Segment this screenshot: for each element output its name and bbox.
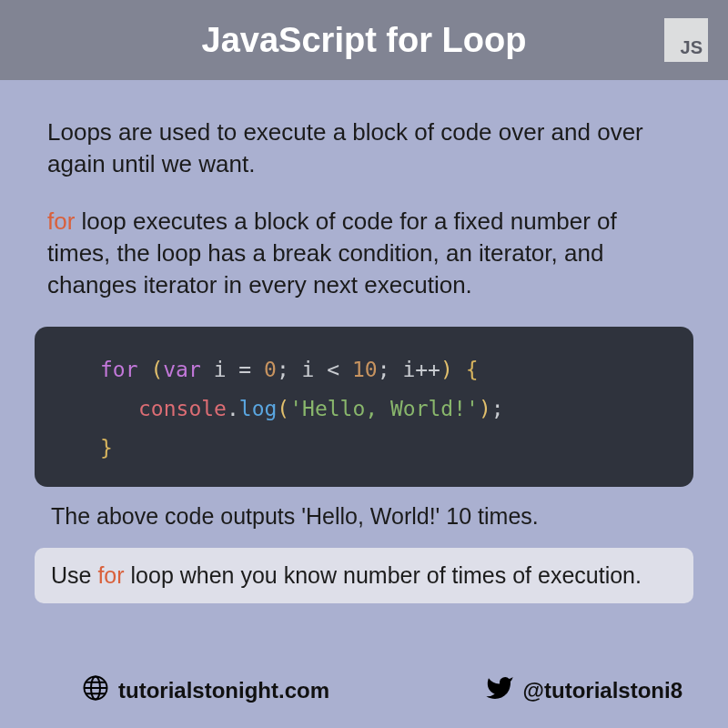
- code-paren-open: (: [138, 358, 164, 381]
- globe-icon: [82, 674, 109, 707]
- footer-site: tutorialstonight.com: [82, 674, 329, 707]
- code-zero: 0: [264, 358, 277, 381]
- site-url: tutorialstonight.com: [118, 678, 329, 703]
- code-decl: i =: [201, 358, 264, 381]
- page-title: JavaScript for Loop: [202, 21, 527, 60]
- for-keyword-text: for: [47, 207, 75, 235]
- code-kw-var: var: [163, 358, 201, 381]
- tip-post: loop when you know number of times of ex…: [125, 562, 642, 588]
- code-paren-close: ): [440, 358, 453, 381]
- code-dot: .: [227, 397, 239, 420]
- intro-paragraph-2: for loop executes a block of code for a …: [47, 206, 681, 301]
- code-cond: ; i <: [277, 358, 352, 381]
- twitter-icon: [485, 673, 514, 708]
- code-line-3: }: [66, 429, 662, 468]
- tip-pre: Use: [51, 562, 97, 588]
- twitter-handle: @tutorialstoni8: [523, 678, 682, 703]
- code-brace-close: }: [100, 436, 113, 460]
- code-call-open: (: [277, 397, 289, 420]
- footer-bar: tutorialstonight.com @tutorialstoni8: [0, 657, 728, 728]
- code-kw-for: for: [100, 358, 138, 381]
- intro-paragraph-1: Loops are used to execute a block of cod…: [47, 116, 681, 180]
- code-semi: ;: [491, 397, 504, 420]
- output-description: The above code outputs 'Hello, World!' 1…: [47, 503, 681, 530]
- code-ten: 10: [352, 358, 378, 381]
- code-example: for (var i = 0; i < 10; i++) { console.l…: [35, 327, 693, 487]
- code-call-close: ): [479, 397, 491, 420]
- intro-text-2: loop executes a block of code for a fixe…: [47, 207, 617, 298]
- code-log: log: [239, 397, 278, 420]
- code-brace-open: {: [453, 358, 479, 381]
- code-string: 'Hello, World!': [289, 397, 479, 420]
- js-badge-icon: JS: [664, 18, 708, 62]
- tip-callout: Use for loop when you know number of tim…: [35, 548, 693, 603]
- footer-twitter: @tutorialstoni8: [485, 673, 682, 708]
- code-line-1: for (var i = 0; i < 10; i++) {: [66, 350, 662, 389]
- header-bar: JavaScript for Loop JS: [0, 0, 728, 80]
- tip-keyword: for: [97, 562, 124, 588]
- main-content: Loops are used to execute a block of cod…: [0, 80, 728, 603]
- code-console: console: [138, 397, 227, 420]
- code-line-2: console.log('Hello, World!');: [66, 389, 662, 429]
- code-iter: ; i++: [378, 358, 440, 381]
